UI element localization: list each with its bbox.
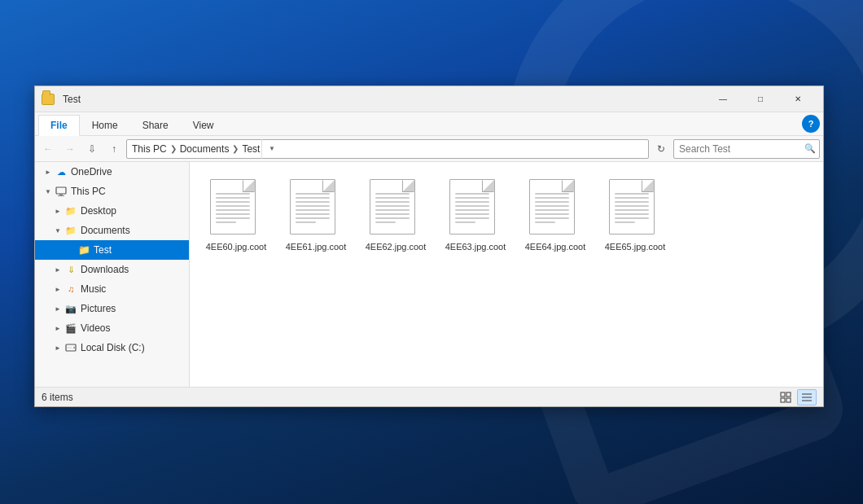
tab-file[interactable]: File <box>38 115 80 136</box>
back-button[interactable]: ← <box>38 139 58 159</box>
file-name-3: 4EE63.jpg.coot <box>445 241 506 252</box>
folder-test-icon: 📁 <box>77 243 90 256</box>
file-icon-3 <box>449 179 502 238</box>
sidebar-item-desktop[interactable]: ► 📁 Desktop <box>35 201 189 221</box>
file-item-1[interactable]: 4EE61.jpg.coot <box>279 172 353 260</box>
sidebar-item-videos[interactable]: ► 🎬 Videos <box>35 318 189 338</box>
sidebar-label-downloads: Downloads <box>81 264 129 275</box>
sidebar-label-onedrive: OneDrive <box>71 166 112 177</box>
main-content: ► ☁ OneDrive ▼ This PC ► 📁 Desktop ▼ <box>35 162 823 387</box>
sidebar-label-pictures: Pictures <box>81 303 116 314</box>
sidebar-item-thispc[interactable]: ▼ This PC <box>35 182 189 201</box>
svg-rect-0 <box>56 187 66 194</box>
list-view-button[interactable] <box>797 389 817 405</box>
window-icon <box>42 94 55 105</box>
tab-view[interactable]: View <box>181 115 226 135</box>
file-name-0: 4EE60.jpg.coot <box>206 241 267 252</box>
expand-arrow-music: ► <box>51 283 64 296</box>
sidebar-label-localdisk: Local Disk (C:) <box>81 342 145 353</box>
file-page-0 <box>210 179 256 234</box>
file-item-2[interactable]: 4EE62.jpg.coot <box>359 172 432 260</box>
sidebar-item-localdisk[interactable]: ► Local Disk (C:) <box>35 338 189 357</box>
sidebar-item-music[interactable]: ► ♫ Music <box>35 279 189 299</box>
refresh-button[interactable]: ↻ <box>651 139 671 159</box>
file-icon-2 <box>370 179 422 238</box>
path-dropdown-button[interactable]: ▼ <box>261 139 281 159</box>
pc-icon <box>55 185 68 198</box>
file-item-0[interactable]: 4EE60.jpg.coot <box>199 172 273 260</box>
sidebar-label-desktop: Desktop <box>81 205 116 217</box>
expand-arrow-localdisk: ► <box>51 341 64 354</box>
window-title: Test <box>63 94 704 105</box>
sidebar-item-downloads[interactable]: ► ⇓ Downloads <box>35 260 189 279</box>
expand-arrow-thispc: ▼ <box>42 185 55 198</box>
sidebar-label-documents: Documents <box>81 225 130 236</box>
path-segment-test[interactable]: Test <box>242 143 260 155</box>
sidebar-item-documents[interactable]: ▼ 📁 Documents <box>35 221 189 240</box>
recent-locations-button[interactable]: ⇩ <box>82 139 102 159</box>
close-button[interactable]: ✕ <box>779 86 817 112</box>
file-item-3[interactable]: 4EE63.jpg.coot <box>439 172 512 260</box>
sidebar-item-onedrive[interactable]: ► ☁ OneDrive <box>35 162 189 182</box>
drive-icon <box>64 341 77 354</box>
forward-button[interactable]: → <box>60 139 80 159</box>
address-path[interactable]: This PC ❯ Documents ❯ Test ▼ <box>126 139 649 159</box>
sidebar-item-pictures[interactable]: ► 📷 Pictures <box>35 299 189 318</box>
svg-rect-2 <box>58 195 64 196</box>
file-page-5 <box>609 179 655 234</box>
svg-rect-9 <box>786 398 791 402</box>
maximize-button[interactable]: □ <box>742 86 779 112</box>
path-segment-documents[interactable]: Documents <box>180 143 230 155</box>
svg-rect-7 <box>786 392 791 397</box>
expand-arrow-desktop: ► <box>51 204 64 217</box>
folder-documents-icon: 📁 <box>64 224 77 237</box>
svg-rect-1 <box>59 194 63 195</box>
sidebar-label-test: Test <box>94 244 112 256</box>
tab-home[interactable]: Home <box>80 115 130 135</box>
expand-arrow-downloads: ► <box>51 263 64 276</box>
path-arrow-1: ❯ <box>170 144 177 153</box>
file-page-4 <box>529 179 575 234</box>
file-item-5[interactable]: 4EE65.jpg.coot <box>598 172 672 260</box>
file-name-2: 4EE62.jpg.coot <box>366 241 427 252</box>
file-item-4[interactable]: 4EE64.jpg.coot <box>519 172 592 260</box>
folder-icon <box>42 94 55 105</box>
file-name-1: 4EE61.jpg.coot <box>286 241 347 252</box>
minimize-button[interactable]: — <box>704 86 742 112</box>
search-input[interactable] <box>679 143 801 155</box>
tab-share[interactable]: Share <box>130 115 181 135</box>
file-explorer-window: Test — □ ✕ File Home Share View ? ← → ⇩ … <box>34 85 824 407</box>
pictures-icon: 📷 <box>64 302 77 315</box>
grid-view-button[interactable] <box>776 389 795 405</box>
expand-arrow-test <box>64 243 77 256</box>
status-bar: 6 items <box>35 387 823 406</box>
view-toggle <box>776 389 817 405</box>
file-icon-0 <box>210 179 262 238</box>
ribbon: File Home Share View ? <box>35 112 823 136</box>
status-item-count: 6 items <box>42 392 776 403</box>
file-page-1 <box>290 179 335 234</box>
expand-arrow-onedrive: ► <box>42 165 55 178</box>
music-icon: ♫ <box>64 283 77 296</box>
file-icon-4 <box>529 179 581 238</box>
sidebar: ► ☁ OneDrive ▼ This PC ► 📁 Desktop ▼ <box>35 162 190 387</box>
path-segment-thispc[interactable]: This PC <box>132 143 167 155</box>
help-button[interactable]: ? <box>802 115 820 133</box>
folder-desktop-icon: 📁 <box>64 204 77 217</box>
up-button[interactable]: ↑ <box>104 139 124 159</box>
file-page-3 <box>449 179 495 234</box>
search-icon[interactable]: 🔍 <box>804 143 816 154</box>
search-box[interactable]: 🔍 <box>673 139 820 159</box>
videos-icon: 🎬 <box>64 322 77 335</box>
sidebar-label-thispc: This PC <box>71 186 106 197</box>
file-page-2 <box>370 179 415 234</box>
cloud-icon: ☁ <box>55 165 68 178</box>
sidebar-item-test[interactable]: 📁 Test <box>35 240 189 260</box>
sidebar-label-videos: Videos <box>81 322 110 334</box>
svg-point-4 <box>73 347 75 348</box>
expand-arrow-videos: ► <box>51 322 64 335</box>
expand-arrow-documents: ▼ <box>51 224 64 237</box>
expand-arrow-pictures: ► <box>51 302 64 315</box>
address-bar: ← → ⇩ ↑ This PC ❯ Documents ❯ Test ▼ ↻ 🔍 <box>35 136 823 162</box>
file-icon-1 <box>290 179 342 238</box>
